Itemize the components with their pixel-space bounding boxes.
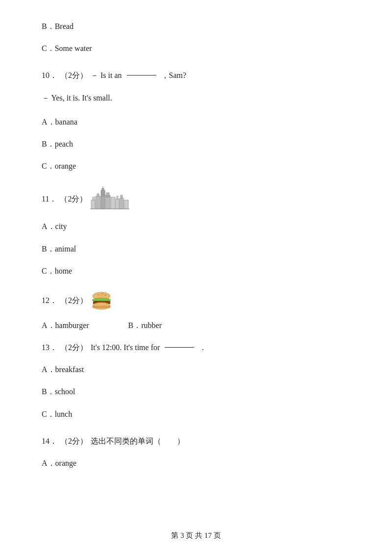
q12-points: （2分）	[60, 294, 88, 307]
q13-text: It's 12:00. It's time for	[91, 341, 160, 354]
option-q10-b-text: B．peach	[42, 137, 73, 151]
hamburger-svg	[91, 291, 113, 310]
svg-rect-3	[97, 194, 99, 196]
q11-number: 11．	[42, 192, 57, 205]
svg-rect-5	[102, 188, 104, 190]
option-q12-b-text: B．rubber	[128, 319, 162, 332]
q14-text: 选出不同类的单词（ ）	[91, 434, 185, 448]
option-q11-a: A．city	[42, 220, 350, 233]
question-14: 14． （2分） 选出不同类的单词（ ）	[42, 434, 350, 448]
svg-rect-9	[111, 197, 115, 209]
svg-rect-16	[104, 191, 105, 192]
svg-rect-11	[117, 196, 118, 199]
question-13: 13． （2分） It's 12:00. It's time for ．	[42, 341, 350, 354]
option-q10-a: A．banana	[42, 115, 350, 128]
option-q13-c: C．lunch	[42, 407, 350, 421]
svg-rect-2	[96, 196, 100, 209]
question-11: 11． （2分）	[42, 186, 350, 211]
option-q13-a: A．breakfast	[42, 363, 350, 376]
q10-prefix: － Is it an	[91, 69, 122, 82]
q13-points: （2分）	[60, 341, 88, 354]
footer-text: 第 3 页 共 17 页	[171, 531, 220, 539]
option-q11-c: C．home	[42, 264, 350, 278]
city-image	[90, 186, 129, 211]
question-10: 10． （2分） － Is it an ，Sam?	[42, 69, 350, 82]
q11-points: （2分）	[60, 192, 87, 205]
q10-sub: － Yes, it is. It's small.	[42, 91, 350, 104]
question-12: 12． （2分）	[42, 291, 350, 310]
option-q13-c-text: C．lunch	[42, 407, 72, 421]
option-q11-c-text: C．home	[42, 264, 72, 278]
svg-rect-0	[91, 200, 95, 209]
svg-point-26	[101, 293, 103, 294]
option-q12-a-text: A．hamburger	[42, 319, 89, 332]
q13-suffix: ．	[199, 341, 207, 354]
q14-number: 14．	[42, 434, 57, 448]
option-q10-c: C．orange	[42, 159, 350, 173]
svg-rect-19	[102, 195, 103, 196]
svg-point-27	[104, 295, 106, 296]
svg-rect-17	[102, 193, 103, 194]
svg-rect-14	[124, 200, 128, 209]
q14-points: （2分）	[60, 434, 88, 448]
option-q11-b-text: B．animal	[42, 242, 76, 255]
page-content: B．Bread C．Some water 10． （2分） － Is it an…	[0, 0, 392, 508]
option-q10-c-text: C．orange	[42, 159, 76, 173]
svg-rect-12	[120, 198, 123, 209]
option-q10-b: B．peach	[42, 137, 350, 151]
q13-blank	[165, 347, 194, 348]
svg-rect-10	[116, 199, 119, 209]
svg-point-25	[98, 294, 99, 295]
svg-rect-1	[93, 197, 95, 200]
svg-rect-13	[121, 195, 122, 198]
svg-rect-21	[106, 196, 107, 197]
option-q14-a: A．orange	[42, 456, 350, 470]
svg-rect-22	[108, 196, 109, 197]
option-c-some-water: C．Some water	[42, 42, 350, 55]
svg-rect-20	[104, 195, 105, 196]
option-q11-a-text: A．city	[42, 220, 67, 233]
q13-number: 13．	[42, 341, 57, 354]
svg-rect-18	[104, 193, 105, 194]
option-q10-a-text: A．banana	[42, 115, 77, 128]
city-svg	[90, 186, 129, 211]
option-q13-b: B．school	[42, 385, 350, 398]
hamburger-image	[91, 291, 113, 310]
option-q13-a-text: A．breakfast	[42, 363, 84, 376]
options-q12-ab: A．hamburger B．rubber	[42, 319, 350, 332]
svg-rect-31	[93, 306, 110, 308]
option-q14-a-text: A．orange	[42, 456, 76, 470]
svg-rect-7	[105, 195, 110, 209]
q12-number: 12．	[42, 294, 57, 307]
q10-number: 10．	[42, 69, 57, 82]
q10-points: （2分）	[60, 69, 88, 82]
svg-rect-15	[102, 191, 103, 192]
option-q13-b-text: B．school	[42, 385, 75, 398]
svg-rect-8	[106, 193, 109, 195]
q10-suffix: ，Sam?	[161, 69, 187, 82]
option-q11-b: B．animal	[42, 242, 350, 255]
option-c-some-water-text: C．Some water	[42, 42, 92, 55]
q10-blank	[127, 75, 156, 76]
page-footer: 第 3 页 共 17 页	[0, 531, 392, 540]
option-b-bread: B．Bread	[42, 20, 350, 33]
option-b-bread-text: B．Bread	[42, 20, 74, 33]
